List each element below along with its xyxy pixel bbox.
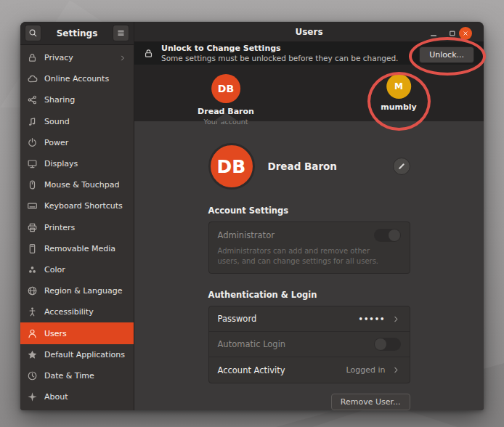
carousel-user-mumbly[interactable]: Mmumbly <box>381 74 417 112</box>
sidebar-item-label: Removable Media <box>44 244 127 253</box>
row-value: Logged in <box>346 365 386 375</box>
sidebar-item-default-applications[interactable]: Default Applications <box>20 344 134 365</box>
sidebar-item-removable-media[interactable]: Removable Media <box>20 238 134 259</box>
chevron-right-icon <box>118 54 127 62</box>
sidebar-item-color[interactable]: Color <box>20 259 134 280</box>
sidebar-item-displays[interactable]: Displays <box>20 153 134 174</box>
media-icon <box>27 243 38 254</box>
sidebar-item-label: Mouse & Touchpad <box>44 180 127 190</box>
user-name: mumbly <box>381 102 417 112</box>
profile-row: DB Dread Baron <box>208 143 410 190</box>
minimize-icon <box>428 28 439 38</box>
user-avatar: DB <box>211 74 240 103</box>
share-icon <box>27 94 38 105</box>
maximize-icon <box>448 29 457 38</box>
row-automatic-login: Automatic Login <box>209 332 410 357</box>
keyboard-icon <box>27 200 38 211</box>
printer-icon <box>27 222 38 233</box>
pencil-icon <box>397 162 406 171</box>
sidebar-item-power[interactable]: Power <box>20 132 134 153</box>
sidebar-item-users[interactable]: Users <box>20 322 134 343</box>
carousel-selected-notch <box>214 113 238 121</box>
user-carousel: DBDread BaronYour accountMmumbly <box>134 65 484 121</box>
remove-user-button[interactable]: Remove User... <box>331 394 410 410</box>
sidebar-item-label: Accessibility <box>44 307 127 317</box>
search-icon <box>28 28 38 38</box>
sidebar-item-label: Online Accounts <box>44 74 127 84</box>
lock-icon <box>143 48 154 59</box>
display-icon <box>27 158 38 169</box>
sidebar-item-printers[interactable]: Printers <box>20 217 134 238</box>
sidebar-item-sound[interactable]: Sound <box>20 111 134 132</box>
color-icon <box>27 264 38 275</box>
sidebar-item-label: Sound <box>44 117 127 126</box>
power-icon <box>27 137 38 148</box>
sidebar-item-keyboard-shortcuts[interactable]: Keyboard Shortcuts <box>20 195 134 216</box>
sidebar-item-label: Keyboard Shortcuts <box>44 201 127 211</box>
sidebar-item-mouse-touchpad[interactable]: Mouse & Touchpad <box>20 174 134 195</box>
sidebar-item-sharing[interactable]: Sharing <box>20 89 134 110</box>
sidebar-item-label: About <box>44 392 127 402</box>
lock-icon <box>27 52 38 63</box>
profile-avatar[interactable]: DB <box>208 143 255 190</box>
account-settings-card: Administrator Administrators can add and… <box>208 221 410 274</box>
sidebar-item-label: Default Applications <box>44 350 127 359</box>
sidebar-item-label: Users <box>44 329 127 338</box>
hamburger-icon <box>116 28 126 38</box>
globe-icon <box>27 285 38 296</box>
row-account-activity[interactable]: Account ActivityLogged in <box>209 357 410 383</box>
sidebar-item-accessibility[interactable]: Accessibility <box>20 301 134 322</box>
row-label: Password <box>218 314 359 324</box>
sidebar-item-label: Printers <box>44 223 127 232</box>
sidebar-item-online-accounts[interactable]: Online Accounts <box>20 68 134 89</box>
content-area: DB Dread Baron Account Settings Administ… <box>134 121 484 410</box>
account-settings-heading: Account Settings <box>208 206 410 216</box>
unlock-banner-texts: Unlock to Change Settings Some settings … <box>161 44 398 63</box>
note-icon <box>27 116 38 127</box>
sidebar-item-label: Date & Time <box>44 371 127 381</box>
unlock-banner: Unlock to Change Settings Some settings … <box>134 42 484 65</box>
access-icon <box>27 306 38 317</box>
row-value: ••••• <box>359 315 386 323</box>
sidebar-item-label: Region & Language <box>44 286 127 296</box>
chevron-right-icon <box>391 365 401 375</box>
sidebar-item-privacy[interactable]: Privacy <box>20 47 134 68</box>
mouse-icon <box>27 179 38 190</box>
star-icon <box>27 349 38 360</box>
sidebar-item-label: Sharing <box>44 95 127 105</box>
edit-name-button[interactable] <box>393 158 410 175</box>
settings-window: Settings PrivacyOnline AccountsSharingSo… <box>20 22 484 410</box>
sidebar-item-region-language[interactable]: Region & Language <box>20 280 134 301</box>
close-icon <box>459 27 472 40</box>
titlebar: Users <box>134 22 484 42</box>
remove-user-row: Remove User... <box>208 394 410 410</box>
main-panel: Users Unlock to Change Settings Some set… <box>134 22 484 410</box>
chevron-right-icon <box>391 314 401 324</box>
user-avatar: M <box>386 74 411 99</box>
desktop: { "sidebar": { "title": "Settings", "ite… <box>0 0 504 427</box>
clock-icon <box>27 370 38 381</box>
auth-login-card: Password•••••Automatic LoginAccount Acti… <box>208 306 410 383</box>
administrator-label: Administrator <box>218 230 374 240</box>
sparkle-icon <box>27 391 38 402</box>
auth-login-heading: Authentication & Login <box>208 290 410 300</box>
sidebar-item-label: Color <box>44 265 127 274</box>
unlock-button[interactable]: Unlock... <box>419 46 474 63</box>
app-title: Settings <box>41 28 113 38</box>
sidebar-item-label: Power <box>44 138 127 147</box>
sidebar-item-date-time[interactable]: Date & Time <box>20 365 134 386</box>
menu-button[interactable] <box>113 25 129 41</box>
cloud-icon <box>27 73 38 84</box>
sidebar-item-label: Privacy <box>44 53 118 62</box>
user-icon <box>27 328 38 339</box>
search-button[interactable] <box>25 25 41 41</box>
sidebar-item-about[interactable]: About <box>20 386 134 407</box>
row-password[interactable]: Password••••• <box>209 306 410 332</box>
administrator-description: Administrators can add and remove other … <box>218 246 392 266</box>
sidebar-item-label: Displays <box>44 159 127 168</box>
sidebar-header: Settings <box>20 22 134 45</box>
administrator-toggle[interactable] <box>374 229 401 242</box>
automatic-login-toggle[interactable] <box>374 338 401 351</box>
unlock-banner-subtitle: Some settings must be unlocked before th… <box>161 54 398 63</box>
profile-name: Dread Baron <box>268 160 393 172</box>
